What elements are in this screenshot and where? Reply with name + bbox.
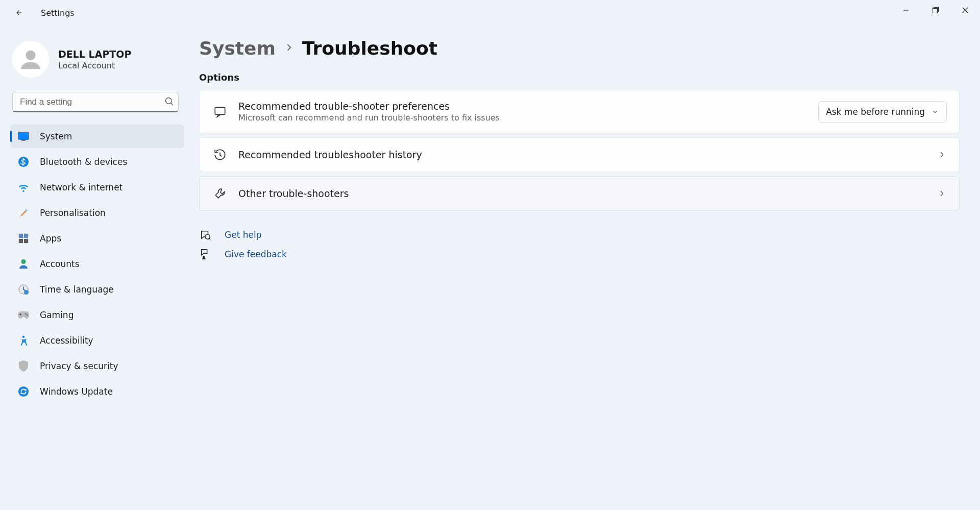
svg-point-13 — [24, 290, 29, 295]
nav-item-apps[interactable]: Apps — [10, 227, 184, 250]
breadcrumb: System Troubleshoot — [199, 38, 960, 59]
titlebar: Settings — [0, 0, 980, 26]
breadcrumb-current: Troubleshoot — [302, 38, 437, 59]
avatar — [12, 41, 49, 78]
section-heading: Options — [199, 72, 960, 83]
nav-label: Apps — [40, 233, 61, 244]
nav-label: System — [40, 131, 72, 141]
card-preferences[interactable]: Recommended trouble-shooter preferences … — [199, 90, 960, 133]
nav-label: Time & language — [40, 284, 114, 295]
nav-item-privacy[interactable]: Privacy & security — [10, 354, 184, 378]
svg-rect-10 — [24, 239, 28, 243]
nav-item-personalisation[interactable]: Personalisation — [10, 201, 184, 225]
update-icon — [17, 385, 30, 398]
give-feedback-link[interactable]: Give feedback — [225, 249, 287, 259]
chevron-right-icon — [937, 151, 947, 159]
svg-point-20 — [203, 256, 205, 258]
minimize-button[interactable] — [891, 0, 921, 20]
paintbrush-icon — [17, 207, 30, 219]
minimize-icon — [903, 7, 909, 13]
svg-rect-18 — [215, 107, 225, 114]
nav-item-network[interactable]: Network & internet — [10, 176, 184, 199]
wrench-icon — [212, 187, 228, 200]
wifi-icon — [17, 181, 30, 193]
card-title: Recommended trouble-shooter preferences — [238, 101, 818, 112]
nav-item-gaming[interactable]: Gaming — [10, 303, 184, 327]
nav-label: Privacy & security — [40, 361, 118, 371]
svg-point-17 — [18, 386, 29, 397]
account-icon — [17, 258, 30, 270]
chevron-right-icon — [284, 42, 294, 55]
accessibility-icon — [17, 334, 30, 347]
svg-point-2 — [26, 51, 35, 60]
window-title: Settings — [41, 8, 75, 18]
gamepad-icon — [17, 309, 30, 321]
svg-rect-1 — [933, 9, 938, 13]
help-icon — [199, 229, 211, 240]
close-icon — [962, 7, 968, 13]
person-icon — [19, 47, 42, 71]
card-title: Recommended troubleshooter history — [238, 149, 937, 160]
maximize-button[interactable] — [921, 0, 950, 20]
bluetooth-icon — [17, 156, 30, 168]
svg-point-3 — [166, 98, 172, 104]
svg-point-14 — [25, 313, 26, 314]
back-button[interactable] — [11, 6, 26, 20]
card-history[interactable]: Recommended troubleshooter history — [199, 137, 960, 172]
search-icon — [164, 96, 175, 109]
svg-point-11 — [21, 259, 26, 264]
nav-item-time-language[interactable]: Time & language — [10, 278, 184, 301]
chevron-down-icon — [931, 108, 939, 116]
nav-item-windows-update[interactable]: Windows Update — [10, 380, 184, 403]
window-controls — [891, 0, 980, 20]
nav-item-accounts[interactable]: Accounts — [10, 252, 184, 276]
nav-label: Network & internet — [40, 182, 122, 192]
svg-rect-8 — [23, 233, 29, 238]
nav-label: Windows Update — [40, 386, 113, 397]
user-subtitle: Local Account — [58, 61, 131, 70]
breadcrumb-parent[interactable]: System — [199, 38, 276, 59]
nav-label: Gaming — [40, 310, 74, 320]
help-links: Get help Give feedback — [199, 229, 960, 260]
user-account-block[interactable]: DELL LAPTOP Local Account — [10, 36, 187, 89]
maximize-icon — [933, 7, 939, 13]
clock-globe-icon — [17, 283, 30, 296]
dropdown-value: Ask me before running — [826, 107, 925, 117]
svg-rect-7 — [19, 234, 23, 238]
history-icon — [212, 148, 228, 161]
nav-label: Personalisation — [40, 208, 106, 218]
user-name: DELL LAPTOP — [58, 48, 131, 60]
search-wrap — [12, 92, 185, 112]
card-subtitle: Microsoft can recommend and run trouble-… — [238, 113, 818, 123]
card-title: Other trouble-shooters — [238, 188, 937, 199]
get-help-link[interactable]: Get help — [225, 230, 261, 240]
close-button[interactable] — [950, 0, 980, 20]
card-other-troubleshooters[interactable]: Other trouble-shooters — [199, 176, 960, 211]
apps-icon — [17, 232, 30, 245]
svg-rect-9 — [19, 239, 23, 243]
chat-icon — [212, 105, 228, 118]
feedback-icon — [199, 249, 211, 260]
svg-point-16 — [22, 335, 25, 338]
back-arrow-icon — [14, 8, 23, 17]
svg-rect-4 — [18, 132, 29, 140]
nav-item-bluetooth[interactable]: Bluetooth & devices — [10, 150, 184, 174]
svg-point-15 — [27, 314, 28, 315]
display-icon — [17, 130, 30, 142]
chevron-right-icon — [937, 189, 947, 198]
svg-rect-5 — [21, 140, 26, 141]
sidebar: DELL LAPTOP Local Account System Bluet — [0, 26, 189, 510]
shield-icon — [17, 360, 30, 372]
nav-label: Bluetooth & devices — [40, 157, 127, 167]
nav-item-accessibility[interactable]: Accessibility — [10, 329, 184, 352]
nav: System Bluetooth & devices Network & int… — [10, 125, 187, 403]
nav-label: Accounts — [40, 259, 80, 269]
nav-label: Accessibility — [40, 335, 93, 346]
nav-item-system[interactable]: System — [10, 125, 184, 148]
preferences-dropdown[interactable]: Ask me before running — [818, 101, 947, 123]
content: System Troubleshoot Options Recommended … — [189, 26, 980, 510]
search-input[interactable] — [12, 92, 179, 112]
